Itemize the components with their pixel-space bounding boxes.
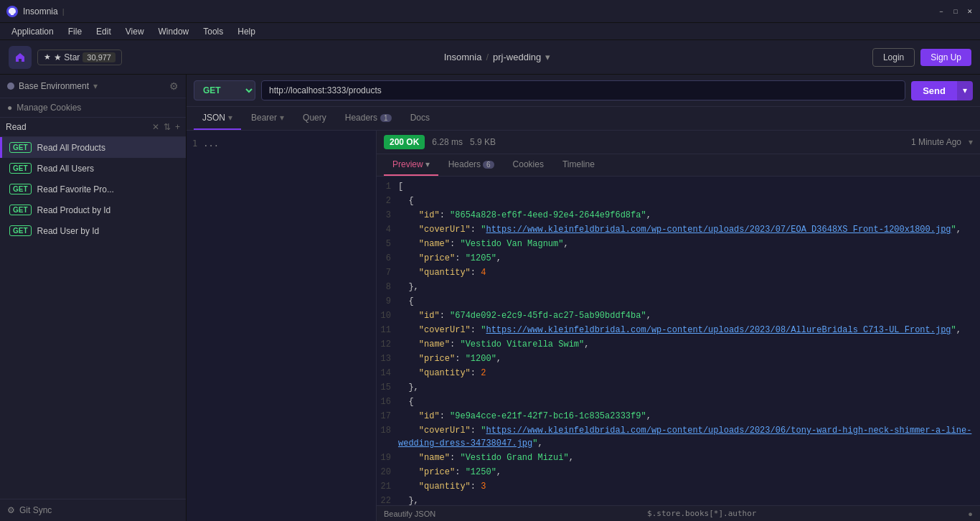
json-line: 11 "coverUrl": "https://www.kleinfeldbri…: [377, 323, 980, 337]
menu-view[interactable]: View: [120, 25, 150, 38]
tab-docs[interactable]: Docs: [402, 107, 438, 130]
resp-tab-preview[interactable]: Preview ▾: [384, 154, 438, 176]
request-item-read-product-by-id[interactable]: GET Read Product by Id: [0, 200, 186, 220]
line-number: 2: [377, 194, 398, 207]
login-button[interactable]: Login: [872, 48, 915, 67]
request-bar: GET POST PUT DELETE Send ▾: [187, 75, 980, 107]
json-content: "name": "Vestido Grand Mizui",: [398, 451, 980, 464]
sidebar-icons: ⚙: [169, 80, 179, 92]
add-request-icon[interactable]: +: [175, 122, 180, 132]
method-select[interactable]: GET POST PUT DELETE: [194, 80, 255, 100]
line-number: 12: [377, 338, 398, 351]
env-dropdown-icon: ▾: [93, 81, 98, 91]
separator: /: [486, 52, 489, 62]
request-body-pane: 1 ...: [187, 131, 377, 521]
menu-bar: Application File Edit View Window Tools …: [0, 23, 980, 40]
menu-tools[interactable]: Tools: [197, 25, 229, 38]
line-number: 4: [377, 223, 398, 236]
json-content: "coverUrl": "https://www.kleinfeldbridal…: [398, 324, 980, 337]
json-content: {: [398, 194, 980, 207]
menu-window[interactable]: Window: [153, 25, 195, 38]
send-button[interactable]: Send: [911, 81, 957, 100]
signup-button[interactable]: Sign Up: [920, 49, 971, 66]
resp-tab-cookies[interactable]: Cookies: [504, 154, 552, 176]
dropdown-icon[interactable]: ▾: [545, 52, 550, 62]
request-item-read-all-users[interactable]: GET Read All Users: [0, 158, 186, 179]
request-name: Read Favorite Pro...: [37, 184, 114, 194]
json-line: 1 [: [377, 179, 980, 194]
request-item-read-user-by-id[interactable]: GET Read User by Id: [0, 220, 186, 241]
json-content: "name": "Vestido Van Magnum",: [398, 238, 980, 250]
json-content: "id": "9e9a4cce-e21f-42f7-bc16-1c835a233…: [398, 410, 980, 423]
minimize-button[interactable]: −: [937, 7, 946, 16]
resp-tab-headers[interactable]: Headers 6: [440, 154, 503, 176]
json-line: 14 "quantity": 2: [377, 366, 980, 380]
menu-application[interactable]: Application: [6, 25, 60, 38]
home-icon-container[interactable]: [9, 46, 32, 69]
tab-json[interactable]: JSON ▾: [194, 107, 241, 130]
json-content: [: [398, 180, 980, 193]
tab-query-label: Query: [303, 113, 326, 123]
resp-tab-timeline[interactable]: Timeline: [554, 154, 603, 176]
star-section[interactable]: ★ ★ Star 30,977: [37, 50, 122, 65]
manage-cookies[interactable]: ● Manage Cookies: [0, 98, 186, 118]
method-badge-get: GET: [9, 184, 32, 194]
line-number: 16: [377, 395, 398, 408]
line-number: 6: [377, 252, 398, 265]
json-content: {: [398, 395, 980, 408]
git-sync-label: Git Sync: [19, 505, 52, 515]
line-number: 22: [377, 494, 398, 505]
star-label: ★ Star: [54, 52, 80, 62]
json-content: "quantity": 3: [398, 480, 980, 493]
tab-query[interactable]: Query: [294, 107, 335, 130]
menu-file[interactable]: File: [62, 25, 88, 38]
top-bar-left: ★ ★ Star 30,977: [9, 46, 122, 69]
line-number: 3: [377, 209, 398, 222]
close-button[interactable]: ✕: [966, 7, 974, 16]
method-badge-get: GET: [9, 205, 32, 215]
tab-bearer[interactable]: Bearer ▾: [242, 107, 293, 130]
json-line: 21 "quantity": 3: [377, 479, 980, 494]
json-content: "coverUrl": "https://www.kleinfeldbridal…: [398, 223, 980, 236]
json-content: "price": "1250",: [398, 466, 980, 479]
menu-edit[interactable]: Edit: [90, 25, 117, 38]
response-pane: 200 OK 6.28 ms 5.9 KB 1 Minute Ago ▾ Pre…: [377, 131, 980, 521]
top-bar: ★ ★ Star 30,977 Insomnia / prj-wedding ▾…: [0, 40, 980, 75]
request-item-read-favorite-pro[interactable]: GET Read Favorite Pro...: [0, 179, 186, 200]
beautify-json-button[interactable]: Beautify JSON: [384, 510, 435, 518]
content-area: 1 ... 200 OK 6.28 ms 5.9 KB 1 Minute Ago…: [187, 131, 980, 521]
search-bar: ✕ ⇅ +: [0, 118, 186, 137]
git-sync[interactable]: ⚙ Git Sync: [0, 499, 186, 521]
req-line-1: 1 ...: [192, 136, 370, 151]
workspace: GET POST PUT DELETE Send ▾ JSON ▾ Bearer…: [187, 75, 980, 521]
menu-help[interactable]: Help: [232, 25, 261, 38]
send-dropdown-button[interactable]: ▾: [957, 81, 973, 100]
line-number: 7: [377, 266, 398, 279]
cookies-icon: ●: [7, 103, 12, 113]
response-header: 200 OK 6.28 ms 5.9 KB 1 Minute Ago ▾: [377, 131, 980, 154]
maximize-button[interactable]: □: [951, 7, 960, 16]
clear-search-icon[interactable]: ✕: [152, 122, 159, 132]
request-item-read-all-products[interactable]: GET Read All Products: [0, 137, 186, 158]
json-content: },: [398, 281, 980, 294]
json-content: "quantity": 2: [398, 367, 980, 380]
resp-tab-preview-label: Preview: [392, 159, 423, 169]
tab-bearer-dropdown[interactable]: ▾: [280, 113, 284, 123]
title-bar-menu: |: [62, 7, 65, 16]
resp-timestamp-dropdown[interactable]: ▾: [969, 137, 973, 147]
tab-headers[interactable]: Headers 1: [336, 107, 400, 130]
sort-icon[interactable]: ⇅: [164, 122, 171, 132]
env-selector[interactable]: Base Environment ▾: [7, 81, 98, 91]
settings-icon[interactable]: ⚙: [169, 80, 179, 92]
tab-json-dropdown[interactable]: ▾: [228, 113, 232, 123]
line-number: 21: [377, 480, 398, 493]
json-line: 10 "id": "674de092-e2c9-45fd-ac27-5ab90b…: [377, 309, 980, 323]
json-line: 2 {: [377, 194, 980, 208]
line-number: 19: [377, 451, 398, 464]
env-label: Base Environment: [19, 81, 89, 91]
resp-preview-dropdown[interactable]: ▾: [425, 159, 430, 169]
search-input[interactable]: [6, 122, 148, 132]
tab-headers-label: Headers: [345, 113, 377, 123]
url-input[interactable]: [261, 80, 905, 100]
send-btn-group: Send ▾: [911, 81, 973, 100]
